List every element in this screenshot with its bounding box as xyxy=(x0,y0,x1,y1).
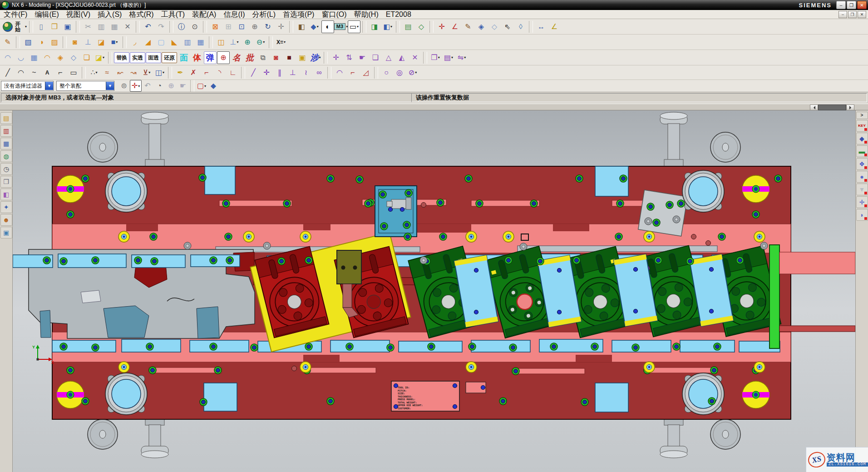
fit-view-button[interactable]: ⊠ xyxy=(209,20,222,33)
sketch-button[interactable]: ✎ xyxy=(1,36,14,49)
shell-button[interactable]: ▢ xyxy=(155,36,168,49)
nx-button[interactable] xyxy=(1,20,14,33)
minimize-button[interactable]: – xyxy=(836,1,846,9)
edit-object-display-button[interactable]: ✎ xyxy=(462,20,474,33)
save-file-button[interactable]: ▣ xyxy=(61,20,74,33)
key-parts-library-button[interactable]: KEY xyxy=(856,120,868,132)
background-color-button[interactable]: ▭▾ xyxy=(348,20,360,33)
view-menu[interactable]: 视图(V) xyxy=(63,10,94,19)
subtract-button[interactable]: ⊖▾ xyxy=(254,36,267,49)
sk-arc-button[interactable]: ◠ xyxy=(333,66,346,79)
extrude-button[interactable]: ▧ xyxy=(22,36,35,49)
replace-component-dropdown[interactable]: ▾ xyxy=(451,55,453,60)
component-position-dropdown[interactable]: ▾ xyxy=(464,55,466,60)
pan-view-button[interactable]: ✛ xyxy=(275,20,287,33)
new-component-button[interactable]: ◭ xyxy=(395,51,408,64)
assembly-navigator-button[interactable]: ▤ xyxy=(0,112,12,124)
solid-translucent-button[interactable]: 实透 xyxy=(130,52,145,63)
block-dropdown[interactable]: ▾ xyxy=(116,40,118,44)
swept-button[interactable]: ◠ xyxy=(41,51,54,64)
shaded-display-dropdown[interactable]: ▾ xyxy=(317,25,319,29)
quick-extend-button[interactable]: ⌐ xyxy=(200,66,213,79)
zoom-box-button[interactable]: ⊡ xyxy=(235,20,248,33)
scene-gallery-button[interactable]: ▣ xyxy=(0,227,12,238)
scroll-right-button[interactable] xyxy=(846,104,854,110)
window-menu[interactable]: 窗口(O) xyxy=(318,10,350,19)
zoom-in-out-button[interactable]: ⊕ xyxy=(248,20,261,33)
sk-point-button[interactable]: ✛ xyxy=(260,66,273,79)
snap-key-button[interactable]: ✒ xyxy=(174,66,187,79)
mdi-close-button[interactable]: ✕ xyxy=(858,11,866,18)
constraint-navigator-button[interactable]: ▥ xyxy=(0,125,12,137)
selection-hand-button[interactable]: ☛ xyxy=(177,80,189,92)
spline-button[interactable]: ~ xyxy=(28,66,40,79)
arc-button[interactable]: ◠ xyxy=(15,66,27,79)
emboss-button[interactable]: ⊥▾ xyxy=(228,36,241,49)
revolve-button[interactable]: ◑ xyxy=(35,36,48,49)
selection-clock-button[interactable]: ◔ xyxy=(153,80,165,92)
spring-tool-button[interactable]: 弹 xyxy=(204,51,217,64)
et2008-menu[interactable]: ET2008 xyxy=(382,10,415,19)
ruled-surface-button[interactable]: ◠ xyxy=(1,51,14,64)
find-button[interactable]: ⊙ xyxy=(188,20,201,33)
fillet-button[interactable]: ◞ xyxy=(128,36,141,49)
wcs-orient-button[interactable]: ∠ xyxy=(449,20,461,33)
batch-tool-button[interactable]: 批 xyxy=(243,51,256,64)
file-menu[interactable]: 文件(F) xyxy=(0,10,31,19)
pattern-component-dropdown[interactable]: ▾ xyxy=(438,55,440,60)
sk-two-circles-button[interactable]: ∞ xyxy=(313,66,326,79)
refresh-display-button[interactable]: ◊ xyxy=(514,20,527,33)
join-curve-button[interactable]: ↝ xyxy=(127,66,140,79)
housing-library-button[interactable]: ◗ xyxy=(856,209,868,221)
shaded-display-button[interactable]: ◆▾ xyxy=(308,20,321,33)
render-style-button[interactable]: ◐ xyxy=(321,20,334,33)
chamfer-button[interactable]: ◢ xyxy=(142,36,154,49)
rectangle-select-button[interactable]: ▢▾ xyxy=(196,80,207,92)
rectangle-button[interactable]: ▭ xyxy=(67,66,80,79)
undo-button[interactable]: ↶ xyxy=(142,20,154,33)
select-cursor-button[interactable]: ⇖ xyxy=(501,20,514,33)
perspective-button[interactable]: ◧ xyxy=(295,20,308,33)
redo-button[interactable]: ↷ xyxy=(155,20,168,33)
fit-selection-button[interactable]: ⊞ xyxy=(222,20,235,33)
sk-tangent-button[interactable]: ≀ xyxy=(300,66,312,79)
wade-tool-button[interactable]: 涉▾ xyxy=(309,51,322,64)
insert-menu[interactable]: 插入(S) xyxy=(94,10,125,19)
layer-category-button[interactable]: ◇ xyxy=(415,20,428,33)
measure-distance-button[interactable]: ↔ xyxy=(535,20,547,33)
add-component-button[interactable]: △ xyxy=(382,51,395,64)
sweep-button[interactable]: ▨ xyxy=(48,36,61,49)
solid-preview-button[interactable]: ◆ xyxy=(207,80,219,92)
corner-button[interactable]: ⌐ xyxy=(54,66,67,79)
restore-button[interactable]: 还原 xyxy=(162,52,177,63)
scrollbar-thumb[interactable] xyxy=(818,104,846,110)
point-snap-button[interactable]: ✛▾ xyxy=(130,80,142,92)
text-curve-button[interactable]: A xyxy=(41,66,54,79)
die-insert-library-button[interactable]: ▬ xyxy=(856,145,868,157)
offset-surface-button[interactable]: ❏ xyxy=(80,51,93,64)
chevron-down-icon[interactable]: ▼ xyxy=(106,82,114,90)
material-m3-button[interactable]: M3▾ xyxy=(335,20,347,33)
sk-line-button[interactable]: ╱ xyxy=(247,66,260,79)
new-file-button[interactable]: ▯ xyxy=(35,20,48,33)
offset-curve-button[interactable]: ≈ xyxy=(101,66,113,79)
dark-solid-tool-button[interactable]: ■ xyxy=(283,51,296,64)
internet-browser-button[interactable]: ◍ xyxy=(0,150,12,162)
center-target-tool-button[interactable]: ⊕ xyxy=(217,51,230,64)
sk-ellipse-button[interactable]: ⊘▾ xyxy=(406,66,419,79)
boss-button[interactable]: ⊥ xyxy=(82,36,94,49)
delete-component-button[interactable]: ✕ xyxy=(409,51,421,64)
copy-button[interactable]: ▥ xyxy=(95,20,108,33)
wcs-dynamics-button[interactable]: ✛ xyxy=(435,20,448,33)
mdi-restore-button[interactable]: ❐ xyxy=(848,11,857,18)
sew-button[interactable]: ▥ xyxy=(181,36,194,49)
work-section-dropdown[interactable]: ▾ xyxy=(390,25,392,29)
pattern-component-button[interactable]: ❐▾ xyxy=(429,51,442,64)
snap-options-button[interactable]: ⊚ xyxy=(118,80,130,92)
selection-scope-dropdown[interactable]: 整个装配 ▼ xyxy=(56,81,114,91)
face-tool-button[interactable]: 面 xyxy=(178,51,190,64)
information-menu[interactable]: 信息(I) xyxy=(220,10,248,19)
exit-strip-rail[interactable] xyxy=(779,252,855,274)
selection-undo-button[interactable]: ↶ xyxy=(142,80,153,92)
stop-button-top-left[interactable] xyxy=(88,132,118,162)
